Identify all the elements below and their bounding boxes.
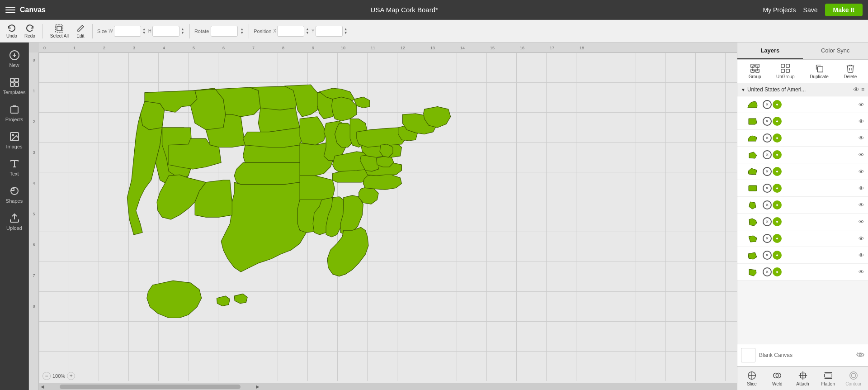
rotate-input[interactable]: [211, 26, 238, 37]
zoom-in-button[interactable]: +: [67, 372, 75, 380]
canvas-work-area[interactable]: [39, 52, 737, 381]
layer-group-visibility-toggle[interactable]: 👁: [853, 86, 859, 93]
hamburger-menu[interactable]: [5, 7, 15, 13]
sidebar-item-new[interactable]: New: [2, 46, 27, 71]
table-row[interactable]: ✕ ● 👁: [737, 247, 868, 264]
layer-visibility-toggle[interactable]: 👁: [859, 202, 864, 209]
layer-visibility-toggle[interactable]: 👁: [859, 252, 864, 259]
width-down[interactable]: ▼: [142, 31, 146, 35]
height-down[interactable]: ▼: [180, 31, 185, 35]
svg-rect-99: [781, 69, 784, 72]
sidebar-item-label: Projects: [5, 117, 24, 122]
app-title: Canvas: [20, 6, 46, 14]
layer-thumbnail: [746, 115, 759, 128]
ungroup-button[interactable]: UnGroup: [776, 63, 795, 79]
layer-visibility-toggle[interactable]: 👁: [859, 235, 864, 242]
svg-marker-44: [140, 101, 164, 130]
layer-icons: ✕ ●: [763, 184, 782, 193]
layer-visibility-toggle[interactable]: 👁: [859, 152, 864, 158]
usa-map[interactable]: [75, 75, 581, 338]
tab-color-sync[interactable]: Color Sync: [803, 43, 868, 59]
layer-icons: ✕ ●: [763, 100, 782, 109]
save-button[interactable]: Save: [803, 6, 818, 14]
layer-visibility-toggle[interactable]: 👁: [859, 185, 864, 192]
x-input[interactable]: [277, 26, 304, 37]
svg-rect-8: [15, 83, 19, 86]
svg-text:13: 13: [430, 46, 435, 50]
svg-text:6: 6: [222, 46, 225, 50]
layer-visibility-toggle[interactable]: 👁: [859, 219, 864, 225]
table-row[interactable]: ✕ ● 👁: [737, 197, 868, 214]
cut-icon: ✕: [763, 234, 772, 243]
table-row[interactable]: ✕ ● 👁: [737, 230, 868, 247]
delete-button[interactable]: Delete: [844, 63, 857, 79]
zoom-out-button[interactable]: −: [42, 372, 51, 380]
layer-group-more-button[interactable]: ≡: [861, 86, 864, 93]
edit-button[interactable]: Edit: [73, 23, 88, 39]
layers-scroll[interactable]: ▼ United States of Ameri... 👁 ≡ ✕ ● 👁: [737, 83, 868, 344]
layer-thumbnail: [746, 249, 759, 262]
layer-visibility-toggle[interactable]: 👁: [859, 269, 864, 276]
layer-visibility-toggle[interactable]: 👁: [859, 135, 864, 142]
svg-marker-77: [363, 174, 401, 190]
table-row[interactable]: ✕ ● 👁: [737, 96, 868, 113]
table-row[interactable]: ✕ ● 👁: [737, 214, 868, 230]
select-all-button[interactable]: Select All: [47, 23, 71, 39]
sidebar-item-templates[interactable]: Templates: [2, 73, 27, 99]
layer-group-header[interactable]: ▼ United States of Ameri... 👁 ≡: [737, 83, 868, 96]
scroll-right-arrow[interactable]: ▶: [254, 383, 261, 390]
sidebar-item-upload[interactable]: Upload: [2, 209, 27, 234]
table-row[interactable]: ✕ ● 👁: [737, 147, 868, 163]
canvas-container[interactable]: 0 1 2 3 4 5 6 7 8 9 10 11 12 13 14 15 16: [29, 43, 737, 390]
layer-visibility-toggle[interactable]: 👁: [859, 168, 864, 175]
scroll-left-arrow[interactable]: ◀: [39, 383, 46, 390]
sidebar-item-shapes[interactable]: Shapes: [2, 182, 27, 207]
flatten-button[interactable]: Flatten: [816, 371, 841, 386]
x-down[interactable]: ▼: [305, 31, 310, 35]
weld-button[interactable]: Weld: [764, 371, 790, 386]
svg-rect-96: [752, 66, 757, 71]
right-panel-tabs: Layers Color Sync: [737, 43, 868, 60]
scrollbar-horizontal[interactable]: ◀ ▶: [39, 383, 737, 390]
ruler-horizontal: 0 1 2 3 4 5 6 7 8 9 10 11 12 13 14 15 16: [39, 43, 737, 52]
height-input[interactable]: [152, 26, 179, 37]
svg-marker-66: [332, 97, 357, 121]
table-row[interactable]: ✕ ● 👁: [737, 264, 868, 281]
slice-button[interactable]: Slice: [739, 371, 764, 386]
layer-thumbnail: [746, 266, 759, 278]
undo-button[interactable]: Undo: [4, 23, 20, 39]
rotate-down[interactable]: ▼: [240, 31, 244, 35]
toolbar: Undo Redo Select All Edit Size: [0, 20, 868, 43]
layer-visibility-toggle[interactable]: 👁: [859, 118, 864, 125]
y-down[interactable]: ▼: [344, 31, 348, 35]
table-row[interactable]: ✕ ● 👁: [737, 180, 868, 197]
cut-icon: ✕: [763, 100, 772, 109]
redo-button[interactable]: Redo: [22, 23, 38, 39]
width-input[interactable]: [114, 26, 141, 37]
fill-icon: ●: [773, 100, 782, 109]
contour-button[interactable]: Contour: [841, 371, 866, 386]
layer-thumbnail: [746, 232, 759, 245]
my-projects-button[interactable]: My Projects: [763, 6, 796, 14]
make-it-button[interactable]: Make It: [825, 4, 863, 16]
scrollbar-thumb[interactable]: [60, 385, 241, 389]
layer-icons: ✕ ●: [763, 150, 782, 159]
sidebar-item-images[interactable]: Images: [2, 128, 27, 153]
table-row[interactable]: ✕ ● 👁: [737, 130, 868, 147]
svg-text:7: 7: [252, 46, 255, 50]
svg-rect-111: [824, 374, 832, 377]
duplicate-button[interactable]: Duplicate: [810, 63, 829, 79]
group-button[interactable]: Group: [749, 63, 761, 79]
layer-thumbnail: [746, 215, 759, 228]
y-input[interactable]: [316, 26, 343, 37]
svg-rect-97: [781, 64, 784, 67]
sidebar-item-projects[interactable]: Projects: [2, 100, 27, 126]
attach-button[interactable]: Attach: [790, 371, 815, 386]
blank-canvas-visibility-toggle[interactable]: [856, 352, 864, 359]
sidebar-item-text[interactable]: Text: [2, 155, 27, 180]
tab-layers[interactable]: Layers: [737, 43, 803, 59]
fill-icon: ●: [773, 184, 782, 193]
table-row[interactable]: ✕ ● 👁: [737, 113, 868, 130]
table-row[interactable]: ✕ ● 👁: [737, 163, 868, 180]
layer-visibility-toggle[interactable]: 👁: [859, 101, 864, 108]
